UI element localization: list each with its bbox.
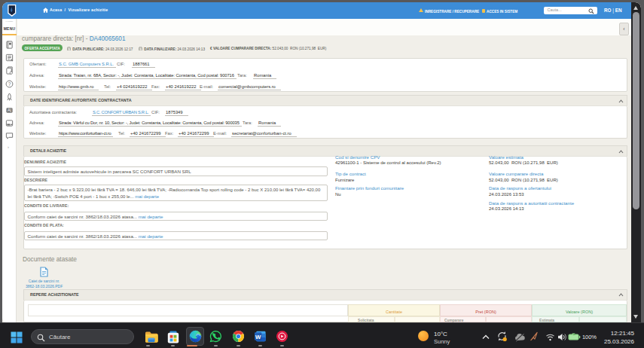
- svg-text:?: ?: [8, 81, 11, 87]
- svg-text:A|: A|: [8, 108, 11, 112]
- svg-text:W: W: [255, 333, 261, 340]
